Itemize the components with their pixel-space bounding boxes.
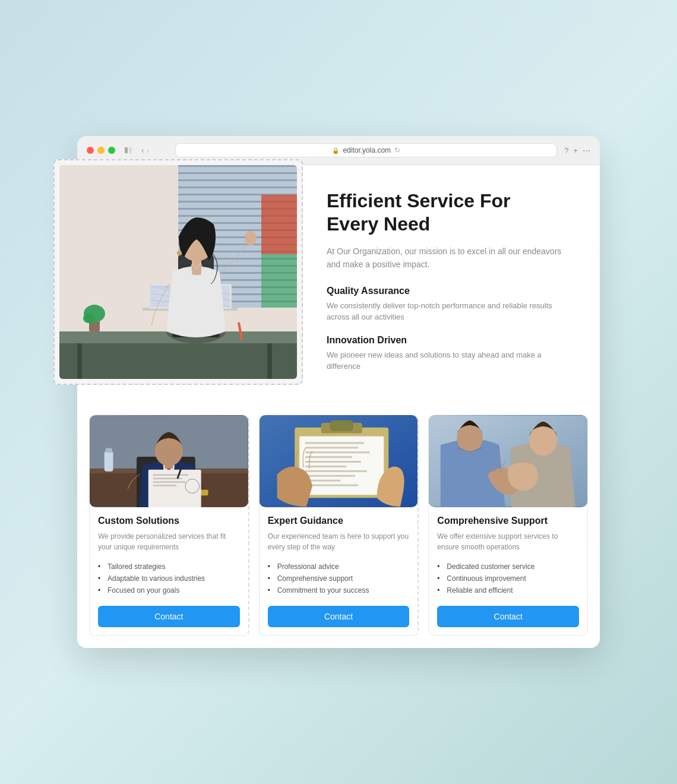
back-icon[interactable]: ‹ xyxy=(141,146,144,155)
lock-icon: 🔒 xyxy=(332,147,339,154)
card-expert-image xyxy=(260,415,418,507)
list-item: Commitment to your success xyxy=(268,584,410,596)
feature-innovation-desc: We pioneer new ideas and solutions to st… xyxy=(327,349,564,372)
svg-rect-24 xyxy=(261,195,297,254)
svg-rect-29 xyxy=(267,343,272,379)
reload-icon: ↻ xyxy=(394,146,400,154)
svg-rect-75 xyxy=(305,456,352,458)
svg-rect-78 xyxy=(305,470,367,472)
browser-nav: ‹ › xyxy=(141,146,149,155)
card-support-image xyxy=(429,415,587,507)
svg-rect-27 xyxy=(59,343,297,379)
hero-section: Efficient Service For Every Need At Our … xyxy=(89,177,588,409)
list-item: Comprehensive support xyxy=(268,573,410,584)
card-support-title: Comprehensive Support xyxy=(437,516,579,526)
list-item: Tailored strategies xyxy=(98,561,240,573)
card-support-list: Dedicated customer service Continuous im… xyxy=(437,561,579,596)
card-support-body: Comprehensive Support We offer extensive… xyxy=(429,507,587,636)
card-expert-title: Expert Guidance xyxy=(268,516,410,526)
svg-point-45 xyxy=(245,231,257,245)
svg-rect-5 xyxy=(178,172,297,174)
contact-button-support[interactable]: Contact xyxy=(437,606,579,627)
svg-rect-65 xyxy=(164,461,173,469)
forward-icon[interactable]: › xyxy=(147,146,150,155)
card-comprehensive-support: Comprehensive Support We offer extensive… xyxy=(428,415,588,636)
card-expert-desc: Our experienced team is here to support … xyxy=(268,531,410,552)
svg-rect-74 xyxy=(305,451,370,453)
minimize-button[interactable] xyxy=(97,147,105,154)
card-expert-guidance: Expert Guidance Our experienced team is … xyxy=(259,415,419,636)
card-custom-body: Custom Solutions We provide personalized… xyxy=(90,507,248,636)
browser-actions: ? + ⋯ xyxy=(564,146,590,155)
list-item: Adaptable to various industries xyxy=(98,573,240,584)
svg-rect-1 xyxy=(129,147,132,153)
svg-rect-76 xyxy=(305,461,361,463)
svg-rect-77 xyxy=(305,466,346,467)
svg-rect-72 xyxy=(305,442,364,444)
svg-rect-60 xyxy=(153,482,185,483)
card-expert-list: Professional advice Comprehensive suppor… xyxy=(268,561,410,596)
card-custom-image xyxy=(90,415,248,507)
sidebar-toggle-icon[interactable] xyxy=(122,144,134,156)
feature-innovation: Innovation Driven We pioneer new ideas a… xyxy=(327,335,564,372)
contact-button-custom[interactable]: Contact xyxy=(98,606,240,627)
list-item: Continuous improvement xyxy=(437,573,579,584)
hero-subtitle: At Our Organization, our mission is to e… xyxy=(327,245,564,271)
contact-button-expert[interactable]: Contact xyxy=(268,606,410,627)
url-text: editor.yola.com xyxy=(343,146,391,154)
address-bar[interactable]: 🔒 editor.yola.com ↻ xyxy=(175,143,557,157)
svg-rect-81 xyxy=(305,485,358,486)
cards-section: Custom Solutions We provide personalized… xyxy=(89,415,588,636)
card-custom-list: Tailored strategies Adaptable to various… xyxy=(98,561,240,596)
list-item: Reliable and efficient xyxy=(437,584,579,596)
svg-rect-70 xyxy=(330,421,353,431)
feature-quality: Quality Assurance We consistently delive… xyxy=(327,286,564,323)
add-tab-icon[interactable]: + xyxy=(573,146,578,155)
svg-rect-53 xyxy=(106,448,112,453)
menu-icon[interactable]: ⋯ xyxy=(583,146,590,155)
card-custom-solutions: Custom Solutions We provide personalized… xyxy=(89,415,249,636)
card-custom-desc: We provide personalized services that fi… xyxy=(98,531,240,552)
svg-rect-61 xyxy=(153,485,177,486)
maximize-button[interactable] xyxy=(108,147,115,154)
svg-rect-28 xyxy=(77,343,82,379)
card-support-desc: We offer extensive support services to e… xyxy=(437,531,579,552)
hero-dashed-border xyxy=(53,159,303,385)
svg-rect-52 xyxy=(105,451,113,472)
feature-quality-desc: We consistently deliver top-notch perfor… xyxy=(327,300,564,323)
browser-content: Efficient Service For Every Need At Our … xyxy=(77,165,600,648)
svg-rect-7 xyxy=(178,186,297,188)
feature-quality-title: Quality Assurance xyxy=(327,286,564,296)
card-custom-title: Custom Solutions xyxy=(98,516,240,526)
feature-innovation-title: Innovation Driven xyxy=(327,335,564,346)
hero-text: Efficient Service For Every Need At Our … xyxy=(327,189,576,384)
svg-rect-79 xyxy=(305,475,355,477)
traffic-lights xyxy=(87,147,115,154)
list-item: Focused on your goals xyxy=(98,584,240,596)
svg-rect-25 xyxy=(261,254,297,308)
svg-rect-58 xyxy=(153,475,188,476)
close-button[interactable] xyxy=(87,147,94,154)
question-icon[interactable]: ? xyxy=(564,146,568,155)
hero-image-svg xyxy=(59,165,297,379)
list-item: Dedicated customer service xyxy=(437,561,579,573)
svg-rect-0 xyxy=(125,147,128,153)
card-expert-body: Expert Guidance Our experienced team is … xyxy=(260,507,418,636)
svg-point-32 xyxy=(83,314,95,323)
svg-rect-85 xyxy=(466,445,474,451)
svg-rect-4 xyxy=(178,165,297,167)
hero-image-container xyxy=(53,159,303,385)
browser-window: ‹ › 🔒 editor.yola.com ↻ ? + ⋯ xyxy=(77,136,600,648)
svg-point-48 xyxy=(177,251,182,255)
svg-rect-73 xyxy=(305,447,358,448)
hero-image xyxy=(59,165,297,379)
list-item: Professional advice xyxy=(268,561,410,573)
svg-rect-6 xyxy=(178,179,297,181)
hero-title: Efficient Service For Every Need xyxy=(327,189,564,235)
